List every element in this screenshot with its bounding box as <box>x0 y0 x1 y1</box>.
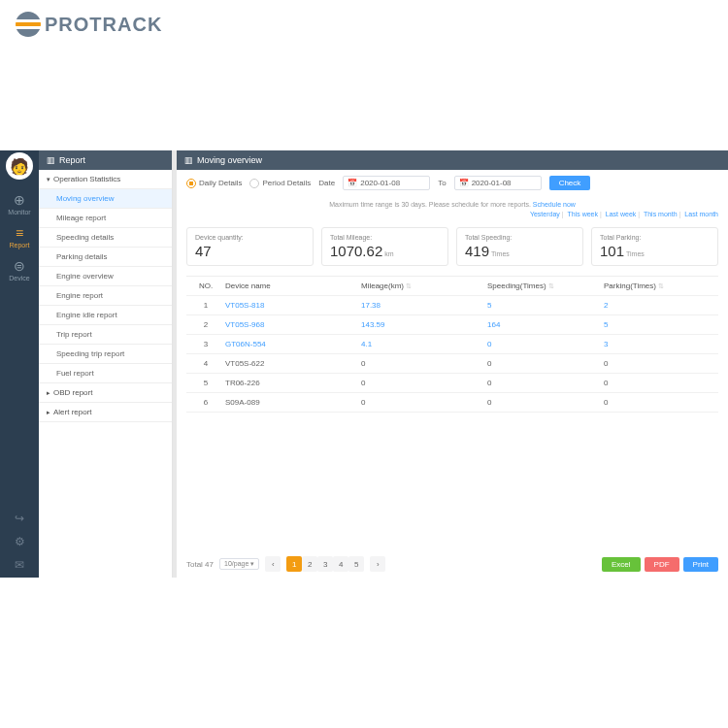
quick-last-week[interactable]: Last week <box>606 211 637 217</box>
per-page-select[interactable]: 10/page ▾ <box>219 558 259 570</box>
stat-label: Total Parking: <box>600 234 710 241</box>
table-row: 3GT06N-5544.103 <box>186 335 718 354</box>
date-from-input[interactable]: 📅2020-01-08 <box>343 176 430 190</box>
quick-range: Yesterday| This week| Last week| This mo… <box>186 211 718 217</box>
col-no: NO. <box>186 281 225 290</box>
page-prev[interactable]: ‹ <box>265 556 281 572</box>
nav-icon: ⊕ <box>0 192 39 208</box>
page-5[interactable]: 5 <box>348 556 364 572</box>
nav-report[interactable]: ≡Report <box>0 220 39 253</box>
device-name: S09A-089 <box>225 398 361 407</box>
stat-value: 101Times <box>600 243 710 259</box>
tree-obd-report[interactable]: ▸OBD report <box>39 383 172 403</box>
tree-engine-idle-report[interactable]: Engine idle report <box>39 306 172 325</box>
main-header: ▥ Moving overview <box>177 150 728 170</box>
sort-icon: ⇅ <box>658 282 664 289</box>
tree-operation-statistics[interactable]: ▾Operation Statistics <box>39 170 172 189</box>
export-pdf-button[interactable]: PDF <box>645 557 679 572</box>
tree-engine-report[interactable]: Engine report <box>39 286 172 306</box>
tree-mileage-report[interactable]: Mileage report <box>39 209 172 228</box>
col-parking[interactable]: Parking(Times)⇅ <box>604 281 718 290</box>
device-name[interactable]: GT06N-554 <box>225 340 361 348</box>
stat-card: Device quantity:47 <box>186 227 314 266</box>
nav-label: Device <box>0 275 39 281</box>
mail-icon[interactable]: ✉ <box>15 558 24 572</box>
side-panel: ▥ Report ▾Operation StatisticsMoving ove… <box>39 150 173 578</box>
quick-this-week[interactable]: This week <box>567 211 598 217</box>
table-row: 1VT05S-81817.3852 <box>186 296 718 315</box>
table-row: 6S09A-089000 <box>186 393 718 413</box>
table-header: NO. Device name Mileage(km)⇅ Speeding(Ti… <box>186 277 718 296</box>
stats-row: Device quantity:47Total Mileage:1070.62k… <box>186 227 718 266</box>
radio-daily[interactable]: Daily Details <box>186 179 242 188</box>
nav-device[interactable]: ⊜Device <box>0 253 39 286</box>
quick-last-month[interactable]: Last month <box>684 211 718 217</box>
gear-icon[interactable]: ⚙ <box>15 535 25 548</box>
sort-icon: ⇅ <box>548 282 554 289</box>
stat-card: Total Speeding:419Times <box>456 227 583 266</box>
side-header: ▥ Report <box>39 150 172 170</box>
total-count: Total 47 <box>186 560 214 569</box>
filter-bar: Daily Details Period Details Date 📅2020-… <box>186 176 718 208</box>
page-1[interactable]: 1 <box>286 556 302 572</box>
filter-hint: Maximum time range is 30 days. Please sc… <box>186 201 718 208</box>
tree-fuel-report[interactable]: Fuel report <box>39 364 172 383</box>
tree-moving-overview[interactable]: Moving overview <box>39 189 172 209</box>
caret-icon: ▸ <box>47 389 50 397</box>
page-4[interactable]: 4 <box>333 556 348 572</box>
radio-period[interactable]: Period Details <box>249 179 311 188</box>
check-button[interactable]: Check <box>549 176 591 190</box>
stat-card: Total Mileage:1070.62km <box>321 227 448 266</box>
app-frame: 🧑 ⊕Monitor≡Report⊜Device ↪ ⚙ ✉ ▥ Report … <box>0 150 728 578</box>
tree-trip-report[interactable]: Trip report <box>39 325 172 345</box>
bars-icon: ▥ <box>47 155 55 165</box>
col-speeding[interactable]: Speeding(Times)⇅ <box>487 281 604 290</box>
to-label: To <box>438 179 446 187</box>
page-3[interactable]: 3 <box>317 556 333 572</box>
page-next[interactable]: › <box>370 556 385 572</box>
tree-alert-report[interactable]: ▸Alert report <box>39 403 172 422</box>
quick-yesterday[interactable]: Yesterday <box>530 211 560 217</box>
stat-card: Total Parking:101Times <box>591 227 718 266</box>
col-mileage[interactable]: Mileage(km)⇅ <box>361 281 487 290</box>
device-name: TR06-226 <box>225 379 361 387</box>
stat-value: 47 <box>195 243 305 259</box>
stat-label: Device quantity: <box>195 234 305 241</box>
caret-icon: ▾ <box>47 176 50 183</box>
print-button[interactable]: Print <box>683 557 718 572</box>
nav-icon: ≡ <box>0 225 39 241</box>
main-area: ▥ Moving overview Daily Details Period D… <box>173 150 728 578</box>
data-table: NO. Device name Mileage(km)⇅ Speeding(Ti… <box>186 276 718 550</box>
date-label: Date <box>318 179 335 187</box>
tree-parking-details[interactable]: Parking details <box>39 248 172 267</box>
nav-monitor[interactable]: ⊕Monitor <box>0 187 39 220</box>
stat-label: Total Mileage: <box>330 234 440 241</box>
tree-speeding-details[interactable]: Speeding details <box>39 228 172 248</box>
avatar[interactable]: 🧑 <box>6 152 33 180</box>
table-row: 2VT05S-968143.591645 <box>186 315 718 335</box>
export-excel-button[interactable]: Excel <box>602 557 641 572</box>
logo-icon <box>16 12 41 37</box>
calendar-icon: 📅 <box>347 179 357 187</box>
table-row: 4VT05S-622000 <box>186 354 718 374</box>
side-header-text: Report <box>59 155 85 165</box>
tree-engine-overview[interactable]: Engine overview <box>39 267 172 286</box>
device-name[interactable]: VT05S-818 <box>225 301 361 310</box>
device-name: VT05S-622 <box>225 359 361 368</box>
quick-this-month[interactable]: This month <box>644 211 678 217</box>
tree-speeding-trip-report[interactable]: Speeding trip report <box>39 345 172 364</box>
nav-label: Report <box>0 242 39 248</box>
share-icon[interactable]: ↪ <box>15 512 24 525</box>
sort-icon: ⇅ <box>406 282 412 289</box>
calendar-icon: 📅 <box>459 179 469 187</box>
col-name: Device name <box>225 281 361 290</box>
bars-icon: ▥ <box>184 155 193 165</box>
nav-label: Monitor <box>0 209 39 215</box>
page-2[interactable]: 2 <box>302 556 317 572</box>
schedule-link[interactable]: Schedule now <box>533 201 576 208</box>
caret-icon: ▸ <box>47 409 50 416</box>
date-to-input[interactable]: 📅2020-01-08 <box>454 176 542 190</box>
table-row: 5TR06-226000 <box>186 374 718 393</box>
device-name[interactable]: VT05S-968 <box>225 320 361 329</box>
nav-utilities: ↪ ⚙ ✉ <box>15 512 25 578</box>
